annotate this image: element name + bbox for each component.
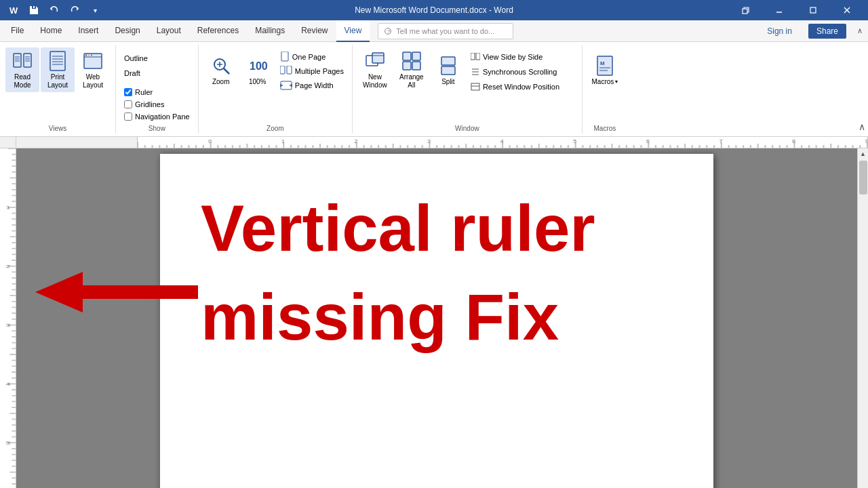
macros-label: Macros (593, 125, 616, 134)
ruler-check-input[interactable] (124, 88, 132, 96)
page-width-label: Page Width (295, 81, 334, 89)
tab-review[interactable]: Review (293, 20, 336, 42)
read-mode-button[interactable]: Read Mode (5, 47, 39, 92)
print-layout-icon (47, 50, 68, 72)
new-window-icon (364, 50, 386, 72)
ribbon-right-controls: Sign in Share ∧ (762, 22, 868, 41)
restore-down-button[interactable] (730, 0, 761, 20)
tab-insert[interactable]: Insert (70, 20, 106, 42)
ribbon-group-views: Read Mode Print Layout Web Layout Views (0, 45, 116, 134)
gridlines-check-input[interactable] (124, 100, 132, 108)
nav-check-input[interactable] (124, 113, 132, 121)
read-mode-label: Read Mode (14, 73, 31, 89)
ribbon-group-window: New Window Arrange All Split View Side b… (353, 45, 583, 134)
tab-home[interactable]: Home (32, 20, 70, 42)
maximize-button[interactable] (797, 0, 829, 20)
show-checkboxes: Outline Draft Ruler Gridlines Navigation (121, 45, 193, 125)
undo-qat-button[interactable] (46, 2, 62, 18)
redo-qat-button[interactable] (66, 2, 83, 18)
ask-input-box[interactable]: ? Tell me what you want to do... (378, 23, 513, 39)
window-label: Window (455, 125, 479, 134)
reset-window-label: Reset Window Position (483, 83, 559, 91)
svg-rect-6 (810, 7, 816, 13)
zoom-pages-group: One Page Multiple Pages Page Width (277, 47, 347, 92)
tab-layout[interactable]: Layout (149, 20, 189, 42)
ruler-vertical (0, 148, 16, 488)
ribbon-expand-button[interactable]: ∧ (859, 121, 865, 132)
svg-text:M: M (600, 60, 605, 66)
close-button[interactable] (831, 0, 863, 20)
save-qat-button[interactable] (26, 2, 42, 18)
svg-text:100: 100 (250, 60, 267, 72)
arrange-all-button[interactable]: Arrange All (395, 47, 429, 92)
svg-text:?: ? (387, 28, 391, 35)
new-window-button[interactable]: New Window (358, 47, 392, 92)
ruler-label: Ruler (135, 88, 153, 96)
sync-scrolling-label: Synchronous Scrolling (483, 68, 557, 76)
zoom-button[interactable]: Zoom (204, 47, 238, 92)
view-side-by-side-button[interactable]: View Side by Side (468, 50, 576, 64)
macros-icon: M (594, 55, 616, 77)
macros-button[interactable]: M Macros ▾ (588, 47, 622, 92)
zoom-100-label: 100% (249, 78, 267, 85)
show-label: Show (149, 125, 165, 134)
svg-rect-34 (281, 52, 288, 61)
print-layout-button[interactable]: Print Layout (41, 47, 75, 92)
views-buttons: Read Mode Print Layout Web Layout (5, 45, 110, 125)
read-mode-icon (12, 50, 33, 72)
title-bar: W ▾ New Microsoft Word Document.docx - W… (0, 0, 868, 20)
tab-view[interactable]: View (336, 20, 370, 42)
ribbon-collapse-button[interactable]: ∧ (857, 26, 863, 35)
svg-rect-49 (441, 57, 455, 65)
word-icon: W (5, 2, 22, 18)
web-layout-button[interactable]: Web Layout (76, 47, 110, 92)
tab-design[interactable]: Design (106, 20, 148, 42)
zoom-buttons: Zoom 100 100% One Page Multiple Pages (204, 45, 347, 125)
svg-rect-51 (471, 53, 475, 60)
zoom-100-icon: 100 (247, 55, 269, 77)
outline-button[interactable]: Outline (121, 52, 151, 65)
page[interactable]: Vertical ruler missing Fix (160, 154, 713, 488)
sign-in-button[interactable]: Sign in (762, 22, 797, 41)
svg-rect-19 (50, 52, 65, 70)
split-button[interactable]: Split (431, 47, 465, 92)
arrange-all-icon (401, 50, 422, 72)
nav-pane-checkbox[interactable]: Navigation Pane (121, 111, 193, 122)
tab-mailings[interactable]: Mailings (247, 20, 293, 42)
svg-rect-46 (412, 52, 420, 60)
print-layout-label: Print Layout (47, 73, 68, 89)
main-content: Vertical ruler missing Fix ▲ ▼ (0, 148, 868, 488)
macros-label: Macros ▾ (591, 78, 618, 85)
gridlines-checkbox[interactable]: Gridlines (121, 99, 193, 110)
ruler-checkbox[interactable]: Ruler (121, 87, 193, 98)
ribbon-group-macros: M Macros ▾ Macros (583, 45, 627, 134)
customize-qat-button[interactable]: ▾ (87, 2, 103, 18)
page-width-button[interactable]: Page Width (277, 79, 347, 92)
minimize-button[interactable] (764, 0, 795, 20)
gridlines-label: Gridlines (135, 100, 164, 108)
show-checkboxes-list: Ruler Gridlines Navigation Pane (121, 84, 193, 122)
window-controls (730, 0, 863, 20)
vertical-scrollbar[interactable]: ▲ ▼ (857, 148, 868, 488)
one-page-button[interactable]: One Page (277, 50, 347, 64)
window-check-group: View Side by Side Synchronous Scrolling … (468, 47, 576, 94)
svg-marker-62 (35, 272, 198, 312)
draft-label: Draft (124, 69, 140, 77)
zoom-icon (210, 55, 232, 77)
svg-rect-4 (743, 9, 747, 14)
tab-references[interactable]: References (189, 20, 247, 42)
scroll-up-button[interactable]: ▲ (858, 148, 869, 159)
draft-button[interactable]: Draft (121, 66, 151, 80)
zoom-100-button[interactable]: 100 100% (241, 47, 275, 92)
scroll-thumb[interactable] (859, 161, 867, 195)
ribbon-content: Read Mode Print Layout Web Layout Views … (0, 42, 868, 137)
share-button[interactable]: Share (808, 24, 846, 39)
sync-scrolling-button[interactable]: Synchronous Scrolling (468, 65, 576, 79)
multiple-pages-label: Multiple Pages (295, 67, 344, 75)
reset-window-button[interactable]: Reset Window Position (468, 80, 576, 94)
document-area[interactable]: Vertical ruler missing Fix (16, 148, 857, 488)
multiple-pages-button[interactable]: Multiple Pages (277, 64, 347, 78)
tab-file[interactable]: File (3, 20, 32, 42)
views-label: Views (49, 125, 67, 134)
window-buttons: New Window Arrange All Split View Side b… (358, 45, 576, 125)
